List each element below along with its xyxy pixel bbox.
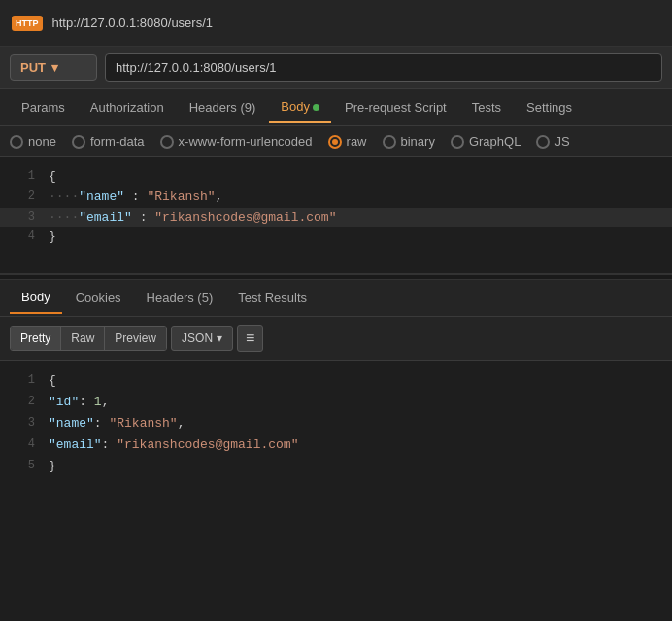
json-type-dropdown[interactable]: JSON ▾ [171, 326, 233, 351]
request-tabs: Params Authorization Headers (9) Body Pr… [0, 89, 672, 126]
radio-binary [383, 135, 396, 149]
body-type-none[interactable]: none [10, 134, 56, 149]
resp-line-5: 5 } [0, 456, 672, 477]
resp-tab-body[interactable]: Body [10, 282, 62, 314]
resp-line-2: 2 "id": 1, [0, 392, 672, 413]
body-dot [313, 104, 319, 111]
tab-tests[interactable]: Tests [460, 92, 513, 122]
body-type-raw[interactable]: raw [328, 134, 367, 149]
body-type-binary[interactable]: binary [383, 134, 435, 149]
json-dropdown-icon: ▾ [217, 331, 222, 345]
body-type-urlencoded[interactable]: x-www-form-urlencoded [160, 134, 313, 149]
tab-params[interactable]: Params [10, 92, 77, 122]
radio-none [10, 135, 23, 149]
window-title: http://127.0.0.1:8080/users/1 [52, 16, 214, 30]
method-dropdown[interactable]: PUT ▾ [10, 54, 97, 81]
tab-headers[interactable]: Headers (9) [178, 92, 268, 122]
tab-settings[interactable]: Settings [515, 92, 584, 122]
http-icon: HTTP [12, 16, 43, 31]
radio-formdata [72, 135, 85, 149]
method-dropdown-icon: ▾ [51, 60, 58, 75]
format-btn-group: Pretty Raw Preview [10, 326, 167, 351]
body-type-graphql[interactable]: GraphQL [451, 134, 521, 149]
resp-line-1: 1 { [0, 370, 672, 392]
response-body-editor: 1 { 2 "id": 1, 3 "name": "Rikansh", 4 "e… [0, 361, 672, 487]
request-bar: PUT ▾ [0, 47, 672, 89]
radio-graphql [451, 135, 464, 149]
radio-js [536, 135, 550, 149]
resp-tab-headers[interactable]: Headers (5) [135, 283, 225, 313]
tab-authorization[interactable]: Authorization [79, 92, 176, 122]
tab-body[interactable]: Body [269, 91, 331, 123]
body-type-js[interactable]: JS [536, 134, 569, 149]
radio-urlencoded [160, 135, 174, 149]
req-line-1: 1 { [0, 167, 672, 188]
format-preview-btn[interactable]: Preview [105, 327, 166, 350]
req-line-2: 2 ····"name" : "Rikansh", [0, 188, 672, 208]
format-pretty-btn[interactable]: Pretty [11, 327, 61, 350]
body-type-formdata[interactable]: form-data [72, 134, 145, 149]
url-input[interactable] [105, 53, 662, 82]
req-line-4: 4 } [0, 227, 672, 248]
method-label: PUT [20, 60, 46, 75]
resp-tab-cookies[interactable]: Cookies [64, 283, 133, 313]
filter-icon[interactable]: ≡ [237, 325, 263, 352]
resp-line-4: 4 "email": "rikanshcodes@gmail.com" [0, 434, 672, 456]
req-line-3: 3 ····"email" : "rikanshcodes@gmail.com" [0, 208, 672, 228]
response-format-row: Pretty Raw Preview JSON ▾ ≡ [0, 317, 672, 361]
response-tabs: Body Cookies Headers (5) Test Results [0, 280, 672, 317]
resp-line-3: 3 "name": "Rikansh", [0, 413, 672, 434]
format-raw-btn[interactable]: Raw [61, 327, 105, 350]
radio-raw [328, 135, 342, 149]
request-body-editor[interactable]: 1 { 2 ····"name" : "Rikansh", 3 ····"ema… [0, 157, 672, 274]
title-bar: HTTP http://127.0.0.1:8080/users/1 [0, 0, 672, 47]
tab-prerequest[interactable]: Pre-request Script [333, 92, 458, 122]
resp-tab-testresults[interactable]: Test Results [226, 283, 319, 313]
body-type-row: none form-data x-www-form-urlencoded raw… [0, 126, 672, 157]
